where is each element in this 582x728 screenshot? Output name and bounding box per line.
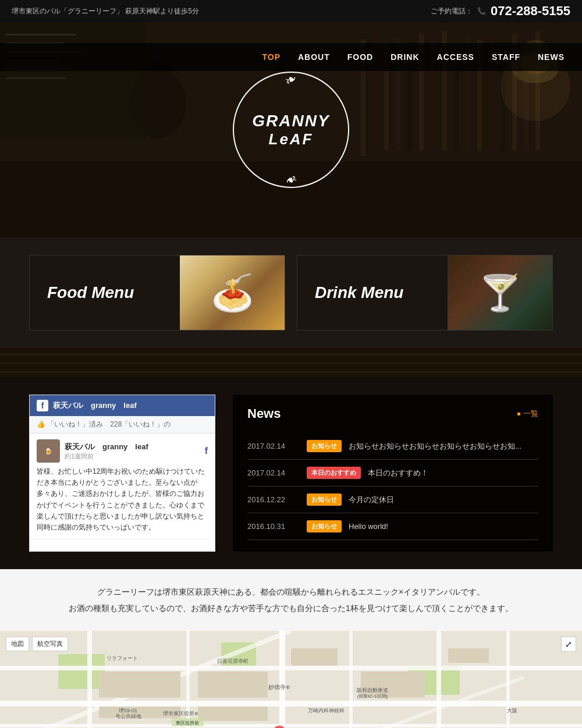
- fb-scrollable[interactable]: 皆様、お忙しい中12周年お祝いのため駆けつけていただき本当にありがとうございまし…: [37, 466, 208, 533]
- news-date-4: 2016.10.31: [247, 522, 300, 531]
- svg-text:万崎内科神経科: 万崎内科神経科: [308, 708, 345, 713]
- map-fullscreen-btn[interactable]: ⤢: [561, 637, 576, 652]
- news-date-2: 2017.02.14: [247, 468, 300, 477]
- map-controls: 地図 航空写真: [6, 637, 68, 651]
- svg-rect-47: [349, 631, 353, 728]
- news-badge-2: 本日のおすすめ: [307, 467, 361, 479]
- svg-rect-33: [0, 363, 582, 364]
- fb-like-icon: 👍: [37, 420, 45, 428]
- news-item-4[interactable]: 2016.10.31 お知らせ Hello world!: [247, 513, 538, 540]
- map-svg: リラフォート 日置荘原寺町 妙徳寺⊕ 萩原神社 萩原天神 堺59-01 号公共緑…: [0, 631, 582, 728]
- facebook-icon: f: [37, 400, 48, 411]
- news-text-4: Hello world!: [349, 522, 388, 531]
- svg-rect-46: [279, 631, 285, 728]
- svg-rect-32: [0, 354, 582, 355]
- drink-image-sim: [448, 255, 552, 331]
- news-date-1: 2017.02.14: [247, 442, 300, 450]
- news-badge-4: お知らせ: [307, 520, 342, 532]
- fb-post-meta: 萩天バル granny leaf 約1週間前: [65, 442, 148, 461]
- phone-number[interactable]: 072-288-5155: [491, 3, 570, 19]
- news-text-1: お知らせお知らせお知らせお知らせお知らせお知...: [349, 441, 521, 452]
- drink-menu-card[interactable]: Drink Menu: [297, 255, 553, 331]
- news-item-1[interactable]: 2017.02.14 お知らせ お知らせお知らせお知らせお知らせお知らせお知..…: [247, 433, 538, 460]
- news-date-3: 2016.12.22: [247, 495, 300, 504]
- fullscreen-icon: ⤢: [565, 640, 572, 649]
- food-menu-image: [180, 255, 285, 331]
- fb-like-bar: 👍 「いいね！」済み 228「いいね！」の: [30, 416, 215, 434]
- content-section: f 萩天バル granny leaf 👍 「いいね！」済み 228「いいね！」の…: [0, 377, 582, 569]
- fb-post-text: 皆様、お忙しい中12周年お祝いのため駆けつけていただき本当にありがとうございまし…: [37, 466, 208, 533]
- svg-text:日置荘原寺町: 日置荘原寺町: [217, 658, 249, 664]
- band-bg: [0, 348, 582, 377]
- brand-name-line2: LeAF: [269, 130, 314, 148]
- svg-rect-36: [58, 654, 105, 689]
- svg-text:堺市東区役所⊕: 堺市東区役所⊕: [162, 711, 198, 716]
- svg-rect-52: [99, 672, 180, 698]
- map-section[interactable]: リラフォート 日置荘原寺町 妙徳寺⊕ 萩原神社 萩原天神 堺59-01 号公共緑…: [0, 631, 582, 728]
- svg-rect-58: [448, 648, 489, 663]
- fb-post-name: 萩天バル granny leaf: [65, 442, 148, 452]
- brand-logo: GRANNY LeAF: [233, 72, 349, 188]
- news-item-3[interactable]: 2016.12.22 お知らせ 今月の定休日: [247, 486, 538, 513]
- fb-post-header: 🍺 萩天バル granny leaf 約1週間前 f: [37, 439, 208, 463]
- svg-rect-56: [291, 648, 338, 666]
- nav-staff[interactable]: STAFF: [492, 43, 520, 71]
- news-section: News ● 一覧 2017.02.14 お知らせ お知らせお知らせお知らせお知…: [233, 395, 553, 552]
- news-item-2[interactable]: 2017.02.14 本日のおすすめ 本日のおすすめ！: [247, 460, 538, 486]
- nav-news[interactable]: NEWS: [538, 43, 565, 71]
- svg-rect-54: [198, 672, 268, 698]
- news-all-link[interactable]: ● 一覧: [517, 409, 538, 419]
- brand-name-line1: GRANNY: [252, 111, 329, 131]
- nav-top[interactable]: TOP: [262, 43, 281, 71]
- food-menu-card[interactable]: Food Menu: [29, 255, 285, 331]
- fb-like-text: 「いいね！」済み 228「いいね！」の: [47, 420, 171, 428]
- hero-section: TOP ABOUT FOOD DRINK ACCESS STAFF NEWS: [0, 22, 582, 237]
- main-nav: TOP ABOUT FOOD DRINK ACCESS STAFF NEWS: [0, 43, 582, 71]
- news-header: News ● 一覧: [247, 406, 538, 421]
- svg-text:東区役所前: 東区役所前: [176, 720, 199, 726]
- svg-text:堺59-01: 堺59-01: [118, 708, 137, 713]
- svg-text:号公共緑地: 号公共緑地: [115, 713, 141, 719]
- news-text-2: 本日のおすすめ！: [368, 468, 428, 478]
- fb-avatar-icon: 🍺: [45, 448, 52, 454]
- svg-rect-34: [0, 371, 582, 372]
- nav-about[interactable]: ABOUT: [298, 43, 330, 71]
- fb-post: 🍺 萩天バル granny leaf 約1週間前 f 皆様、お忙しい中12周年お…: [30, 434, 215, 539]
- location-text: 堺市東区のバル「グラニーリーフ」 萩原天神駅より徒歩5分: [12, 6, 199, 16]
- fb-page-name: 萩天バル granny leaf: [53, 400, 137, 411]
- about-text-2: お酒の種類も充実しているので、お酒好きな方や苦手な方でも自分に合った1杯を見つけ…: [29, 600, 553, 616]
- svg-text:妙徳寺⊕: 妙徳寺⊕: [268, 684, 290, 690]
- aerial-view-btn[interactable]: 航空写真: [32, 637, 68, 651]
- phone-label: ご予約電話：: [431, 6, 473, 16]
- nav-drink[interactable]: DRINK: [391, 43, 419, 71]
- about-text-1: グラニーリーフは堺市東区萩原天神にある、都会の喧騒から離れられるエスニック×イタ…: [29, 584, 553, 600]
- svg-rect-48: [436, 631, 441, 728]
- news-title: News: [247, 406, 281, 421]
- svg-text:大阪: 大阪: [507, 708, 517, 713]
- food-image-sim: [180, 255, 285, 331]
- food-menu-title: Food Menu: [30, 283, 180, 302]
- svg-text:リラフォート: リラフォート: [107, 655, 138, 661]
- drink-menu-title: Drink Menu: [297, 283, 448, 302]
- menu-cards-section: Food Menu Drink Menu: [0, 237, 582, 348]
- map-view-btn[interactable]: 地図: [6, 637, 29, 651]
- nav-food[interactable]: FOOD: [347, 43, 373, 71]
- news-text-3: 今月の定休日: [349, 495, 394, 505]
- svg-text:(和泉IC-1区間): (和泉IC-1区間): [357, 694, 388, 699]
- news-badge-3: お知らせ: [307, 493, 342, 506]
- facebook-widget: f 萩天バル granny leaf 👍 「いいね！」済み 228「いいね！」の…: [29, 395, 215, 552]
- svg-rect-55: [198, 706, 268, 721]
- svg-text:阪和自動車道: 阪和自動車道: [357, 687, 388, 693]
- drink-menu-image: [448, 255, 552, 331]
- phone-icon: 📞: [477, 7, 486, 15]
- about-section: グラニーリーフは堺市東区萩原天神にある、都会の喧騒から離れられるエスニック×イタ…: [0, 569, 582, 631]
- fb-avatar: 🍺: [37, 439, 60, 463]
- nav-access[interactable]: ACCESS: [437, 43, 474, 71]
- top-bar: 堺市東区のバル「グラニーリーフ」 萩原天神駅より徒歩5分 ご予約電話： 📞 07…: [0, 0, 582, 22]
- news-badge-1: お知らせ: [307, 440, 342, 452]
- fb-post-time: 約1週間前: [65, 452, 148, 461]
- fb-header: f 萩天バル granny leaf: [30, 395, 215, 416]
- dark-band: [0, 348, 582, 377]
- fb-post-logo: f: [205, 446, 208, 456]
